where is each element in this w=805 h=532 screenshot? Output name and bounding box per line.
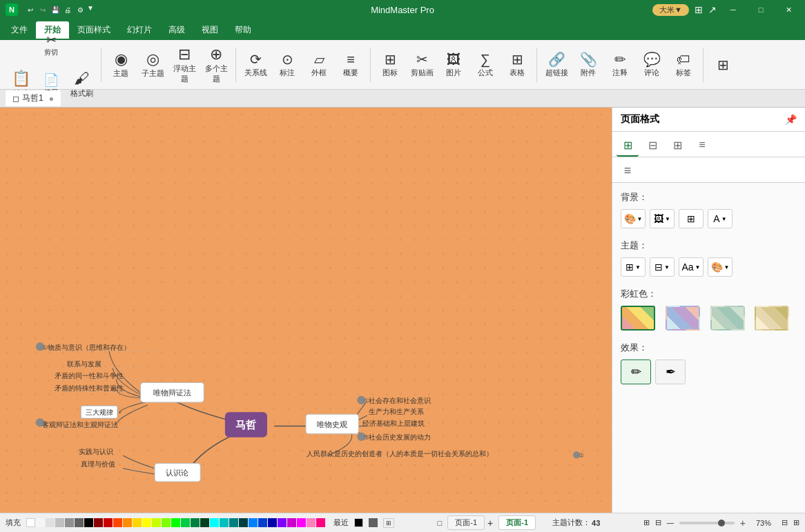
color-pink[interactable]: [307, 518, 316, 527]
color-red[interactable]: [104, 518, 113, 527]
canvas[interactable]: 马哲 唯物辩证法 唯物史观 认识论 ① 物质与意识（思维和存在） 联系与发展 矛…: [0, 108, 612, 513]
bg-stretch-btn[interactable]: ⊞: [679, 209, 704, 228]
bg-image-btn[interactable]: 🖼 ▼: [650, 209, 675, 228]
user-badge[interactable]: 大米▼: [652, 4, 689, 16]
color-gray[interactable]: [55, 518, 64, 527]
menu-slideshow[interactable]: 幻灯片: [119, 21, 160, 39]
zoom-slider[interactable]: [679, 522, 735, 524]
color-lightgray2[interactable]: [46, 518, 55, 527]
panel-tab-layout[interactable]: ⊟: [641, 135, 663, 157]
theme-layout2-btn[interactable]: ⊟ ▼: [650, 257, 675, 277]
formula-btn[interactable]: ∑ 公式: [470, 45, 501, 85]
menu-advanced[interactable]: 高级: [160, 21, 193, 39]
color-green[interactable]: [181, 518, 190, 527]
multi-theme-btn[interactable]: ⊕ 多个主题: [201, 45, 231, 85]
comment-btn[interactable]: 💬 评论: [637, 45, 667, 85]
format-brush-btn[interactable]: 🖌 格式刷: [66, 64, 97, 104]
redo-btn[interactable]: ↪: [37, 4, 48, 15]
print-btn[interactable]: 🖨: [62, 4, 73, 15]
recent-color-1[interactable]: [354, 518, 363, 527]
icon-btn[interactable]: ⊞ 图标: [375, 45, 405, 85]
cut-btn[interactable]: ✂ 剪切: [37, 26, 65, 64]
share-icon[interactable]: ↗: [708, 4, 717, 15]
color-verydarkgreen[interactable]: [200, 518, 209, 527]
panel-tab-spacing[interactable]: ⊞: [666, 135, 688, 157]
grid-icon[interactable]: ⊞: [643, 518, 650, 527]
theme-layout1-btn[interactable]: ⊞ ▼: [621, 257, 646, 277]
theme-font-btn[interactable]: Aa ▼: [679, 257, 704, 277]
color-darkgray[interactable]: [65, 518, 74, 527]
fit-icon[interactable]: ⊟: [655, 518, 661, 527]
panel-tab-list[interactable]: ≡: [691, 135, 713, 157]
color-swatch-2[interactable]: [666, 306, 700, 331]
color-lime[interactable]: [171, 518, 180, 527]
menu-help[interactable]: 帮助: [226, 21, 260, 39]
tab-close[interactable]: ●: [49, 94, 54, 104]
minimize-btn[interactable]: ─: [722, 2, 744, 17]
extra-btn[interactable]: ⊞: [708, 45, 738, 85]
color-gold[interactable]: [133, 518, 142, 527]
float-theme-btn[interactable]: ⊟ 浮动主题: [169, 45, 200, 85]
add-page-btn[interactable]: +: [487, 518, 493, 529]
maximize-btn[interactable]: □: [750, 2, 772, 17]
table-btn[interactable]: ⊞ 表格: [502, 45, 532, 85]
color-swatch-3[interactable]: [710, 306, 745, 331]
recent-color-2[interactable]: [369, 518, 378, 527]
panel-tab-properties[interactable]: ≡: [617, 160, 639, 182]
save-btn[interactable]: 💾: [50, 4, 61, 15]
panel-tab-page[interactable]: ⊞: [617, 135, 639, 157]
panel-pin-icon[interactable]: 📌: [785, 114, 797, 125]
effect-pencil-btn[interactable]: ✏: [621, 359, 651, 384]
color-yellow[interactable]: [142, 518, 151, 527]
undo-btn[interactable]: ↩: [25, 4, 36, 15]
color-cyan[interactable]: [210, 518, 219, 527]
color-hotpink[interactable]: [316, 518, 325, 527]
theme-btn[interactable]: ◉ 主题: [106, 45, 136, 85]
color-orangered[interactable]: [113, 518, 122, 527]
relation-btn[interactable]: ⟳ 关系线: [240, 45, 271, 85]
tab-mazhe1[interactable]: ◻ 马哲1 ●: [6, 90, 61, 106]
color-magenta[interactable]: [297, 518, 306, 527]
menu-view[interactable]: 视图: [193, 21, 226, 39]
close-btn[interactable]: ✕: [777, 2, 799, 17]
color-teal[interactable]: [229, 518, 238, 527]
subtheme-btn[interactable]: ◎ 子主题: [137, 45, 168, 85]
annotation-btn[interactable]: ⊙ 标注: [272, 45, 302, 85]
bg-text-btn[interactable]: A ▼: [708, 209, 733, 228]
fit-screen-btn[interactable]: ⊟: [782, 518, 788, 527]
color-yellow-green[interactable]: [152, 518, 161, 527]
color-darkgreen[interactable]: [191, 518, 200, 527]
color-lightgray1[interactable]: [36, 518, 45, 527]
color-teal-light[interactable]: [220, 518, 229, 527]
color-purple[interactable]: [278, 518, 287, 527]
frame-btn[interactable]: ▱ 外框: [304, 45, 334, 85]
more-colors-btn[interactable]: ⊞: [383, 518, 394, 528]
color-verydarkgray[interactable]: [75, 518, 84, 527]
color-swatch-1[interactable]: [621, 306, 655, 331]
fullscreen-btn[interactable]: ⊞: [793, 518, 799, 527]
color-cornblue[interactable]: [249, 518, 258, 527]
zoom-out-btn[interactable]: ─: [667, 518, 674, 529]
attachment-btn[interactable]: 📎 附件: [573, 45, 603, 85]
effect-pen-btn[interactable]: ✒: [655, 359, 686, 384]
color-darkblue[interactable]: [268, 518, 277, 527]
color-swatch-4[interactable]: [755, 306, 789, 331]
color-white[interactable]: [26, 518, 35, 527]
summary-btn[interactable]: ≡ 概要: [336, 45, 366, 85]
settings-btn[interactable]: ⚙: [75, 4, 86, 15]
color-orange[interactable]: [123, 518, 132, 527]
color-chartreuse[interactable]: [162, 518, 171, 527]
color-black[interactable]: [84, 518, 93, 527]
color-magenta-dark[interactable]: [287, 518, 296, 527]
expand-icon[interactable]: ⊞: [695, 4, 703, 15]
color-medblue[interactable]: [258, 518, 267, 527]
color-darkred[interactable]: [94, 518, 103, 527]
page-tab-1[interactable]: 页面-1: [447, 515, 485, 530]
bg-fill-btn[interactable]: 🎨 ▼: [621, 209, 646, 228]
tag-btn[interactable]: 🏷 标签: [668, 45, 699, 85]
clip-btn[interactable]: ✂ 剪贴画: [407, 45, 437, 85]
color-darkteal[interactable]: [239, 518, 248, 527]
zoom-in-btn[interactable]: +: [740, 518, 746, 529]
note-btn[interactable]: ✏ 注释: [605, 45, 635, 85]
theme-color-btn[interactable]: 🎨 ▼: [708, 257, 733, 277]
